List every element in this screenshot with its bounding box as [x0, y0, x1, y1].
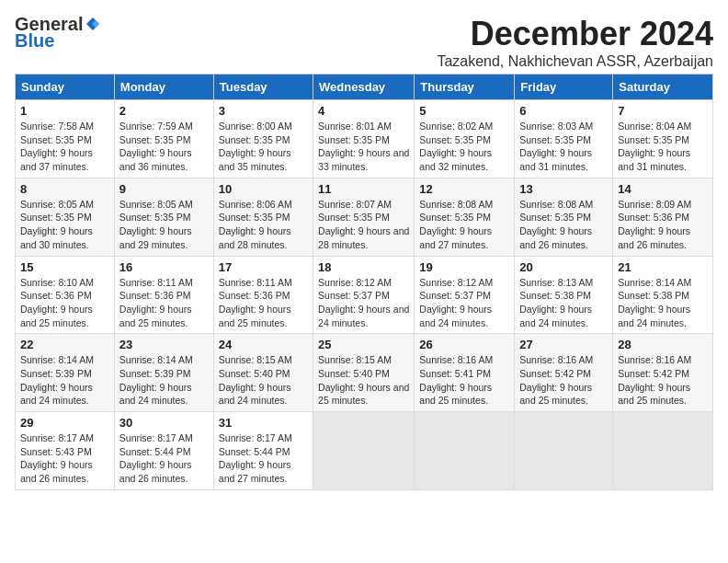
day-number: 4 [318, 104, 409, 118]
day-number: 18 [318, 260, 409, 274]
header-friday: Friday [515, 75, 613, 100]
header-tuesday: Tuesday [213, 75, 313, 100]
calendar-cell: 10Sunrise: 8:06 AMSunset: 5:35 PMDayligh… [213, 178, 313, 256]
day-info: Sunrise: 8:08 AMSunset: 5:35 PMDaylight:… [419, 198, 509, 252]
calendar-cell: 5Sunrise: 8:02 AMSunset: 5:35 PMDaylight… [415, 100, 515, 178]
day-info: Sunrise: 8:15 AMSunset: 5:40 PMDaylight:… [219, 353, 308, 408]
calendar-cell: 8Sunrise: 8:05 AMSunset: 5:35 PMDaylight… [16, 178, 115, 256]
day-number: 23 [119, 338, 209, 351]
day-info: Sunrise: 8:12 AMSunset: 5:37 PMDaylight:… [419, 276, 509, 330]
logo-icon [85, 16, 101, 32]
week-row-4: 22Sunrise: 8:14 AMSunset: 5:39 PMDayligh… [16, 334, 713, 412]
day-info: Sunrise: 8:06 AMSunset: 5:35 PMDaylight:… [219, 198, 308, 252]
day-number: 22 [20, 338, 109, 351]
day-info: Sunrise: 8:17 AMSunset: 5:44 PMDaylight:… [219, 431, 308, 486]
calendar-cell: 24Sunrise: 8:15 AMSunset: 5:40 PMDayligh… [213, 334, 313, 412]
calendar-cell: 16Sunrise: 8:11 AMSunset: 5:36 PMDayligh… [114, 256, 213, 334]
day-number: 17 [219, 260, 308, 274]
day-info: Sunrise: 8:16 AMSunset: 5:42 PMDaylight:… [618, 353, 708, 408]
day-number: 29 [20, 416, 109, 430]
calendar-cell: 30Sunrise: 8:17 AMSunset: 5:44 PMDayligh… [114, 412, 213, 490]
calendar-cell [613, 412, 713, 490]
week-row-5: 29Sunrise: 8:17 AMSunset: 5:43 PMDayligh… [16, 412, 713, 490]
day-info: Sunrise: 8:03 AMSunset: 5:35 PMDaylight:… [519, 120, 608, 174]
day-info: Sunrise: 8:14 AMSunset: 5:39 PMDaylight:… [20, 353, 109, 408]
day-info: Sunrise: 8:11 AMSunset: 5:36 PMDaylight:… [219, 276, 308, 330]
header-wednesday: Wednesday [313, 75, 415, 100]
calendar-cell: 29Sunrise: 8:17 AMSunset: 5:43 PMDayligh… [16, 412, 115, 490]
calendar-subtitle: Tazakend, Nakhichevan ASSR, Azerbaijan [437, 53, 713, 70]
calendar-cell: 6Sunrise: 8:03 AMSunset: 5:35 PMDaylight… [515, 100, 613, 178]
day-number: 10 [219, 182, 308, 196]
calendar-cell [415, 412, 515, 490]
header-sunday: Sunday [16, 75, 115, 100]
day-number: 31 [219, 416, 308, 430]
day-number: 30 [119, 416, 209, 430]
calendar-cell: 19Sunrise: 8:12 AMSunset: 5:37 PMDayligh… [415, 256, 515, 334]
calendar-cell: 15Sunrise: 8:10 AMSunset: 5:36 PMDayligh… [16, 256, 115, 334]
day-number: 8 [20, 182, 109, 196]
calendar-cell: 25Sunrise: 8:15 AMSunset: 5:40 PMDayligh… [313, 334, 415, 412]
day-number: 24 [219, 338, 308, 351]
day-number: 7 [618, 104, 708, 118]
header-saturday: Saturday [613, 75, 713, 100]
calendar-cell [313, 412, 415, 490]
calendar-table: SundayMondayTuesdayWednesdayThursdayFrid… [15, 74, 713, 490]
day-info: Sunrise: 8:05 AMSunset: 5:35 PMDaylight:… [119, 198, 209, 252]
day-number: 12 [419, 182, 509, 196]
day-info: Sunrise: 7:58 AMSunset: 5:35 PMDaylight:… [20, 120, 109, 174]
calendar-cell: 1Sunrise: 7:58 AMSunset: 5:35 PMDaylight… [16, 100, 115, 178]
week-row-2: 8Sunrise: 8:05 AMSunset: 5:35 PMDaylight… [16, 178, 713, 256]
day-info: Sunrise: 8:13 AMSunset: 5:38 PMDaylight:… [519, 276, 608, 330]
day-info: Sunrise: 8:02 AMSunset: 5:35 PMDaylight:… [419, 120, 509, 174]
calendar-cell: 21Sunrise: 8:14 AMSunset: 5:38 PMDayligh… [613, 256, 713, 334]
calendar-cell: 9Sunrise: 8:05 AMSunset: 5:35 PMDaylight… [114, 178, 213, 256]
calendar-cell: 17Sunrise: 8:11 AMSunset: 5:36 PMDayligh… [213, 256, 313, 334]
week-row-3: 15Sunrise: 8:10 AMSunset: 5:36 PMDayligh… [16, 256, 713, 334]
header-thursday: Thursday [415, 75, 515, 100]
day-number: 19 [419, 260, 509, 274]
day-number: 26 [419, 338, 509, 351]
day-number: 27 [519, 338, 608, 351]
calendar-cell: 27Sunrise: 8:16 AMSunset: 5:42 PMDayligh… [515, 334, 613, 412]
day-info: Sunrise: 8:11 AMSunset: 5:36 PMDaylight:… [119, 276, 209, 330]
calendar-cell: 11Sunrise: 8:07 AMSunset: 5:35 PMDayligh… [313, 178, 415, 256]
header-row: SundayMondayTuesdayWednesdayThursdayFrid… [16, 75, 713, 100]
day-number: 16 [119, 260, 209, 274]
day-number: 3 [219, 104, 308, 118]
logo-blue: Blue [15, 31, 54, 50]
day-number: 21 [618, 260, 708, 274]
day-info: Sunrise: 8:05 AMSunset: 5:35 PMDaylight:… [20, 198, 109, 252]
calendar-cell: 22Sunrise: 8:14 AMSunset: 5:39 PMDayligh… [16, 334, 115, 412]
day-number: 15 [20, 260, 109, 274]
calendar-title: December 2024 [437, 15, 713, 53]
day-number: 25 [318, 338, 409, 351]
day-number: 28 [618, 338, 708, 351]
calendar-cell: 4Sunrise: 8:01 AMSunset: 5:35 PMDaylight… [313, 100, 415, 178]
calendar-cell: 18Sunrise: 8:12 AMSunset: 5:37 PMDayligh… [313, 256, 415, 334]
day-info: Sunrise: 8:14 AMSunset: 5:38 PMDaylight:… [618, 276, 708, 330]
day-number: 14 [618, 182, 708, 196]
calendar-cell: 26Sunrise: 8:16 AMSunset: 5:41 PMDayligh… [415, 334, 515, 412]
calendar-cell [515, 412, 613, 490]
calendar-cell: 13Sunrise: 8:08 AMSunset: 5:35 PMDayligh… [515, 178, 613, 256]
day-info: Sunrise: 8:14 AMSunset: 5:39 PMDaylight:… [119, 353, 209, 408]
calendar-cell: 28Sunrise: 8:16 AMSunset: 5:42 PMDayligh… [613, 334, 713, 412]
day-info: Sunrise: 8:09 AMSunset: 5:36 PMDaylight:… [618, 198, 708, 252]
day-number: 13 [519, 182, 608, 196]
day-number: 11 [318, 182, 409, 196]
day-info: Sunrise: 8:16 AMSunset: 5:42 PMDaylight:… [519, 353, 608, 408]
day-info: Sunrise: 8:15 AMSunset: 5:40 PMDaylight:… [318, 353, 409, 408]
day-number: 2 [119, 104, 209, 118]
calendar-cell: 20Sunrise: 8:13 AMSunset: 5:38 PMDayligh… [515, 256, 613, 334]
day-number: 9 [119, 182, 209, 196]
day-info: Sunrise: 8:01 AMSunset: 5:35 PMDaylight:… [318, 120, 409, 174]
logo: General Blue [15, 15, 101, 50]
calendar-cell: 12Sunrise: 8:08 AMSunset: 5:35 PMDayligh… [415, 178, 515, 256]
day-info: Sunrise: 8:12 AMSunset: 5:37 PMDaylight:… [318, 276, 409, 330]
title-area: December 2024 Tazakend, Nakhichevan ASSR… [437, 15, 713, 70]
calendar-cell: 7Sunrise: 8:04 AMSunset: 5:35 PMDaylight… [613, 100, 713, 178]
day-number: 5 [419, 104, 509, 118]
day-info: Sunrise: 8:10 AMSunset: 5:36 PMDaylight:… [20, 276, 109, 330]
week-row-1: 1Sunrise: 7:58 AMSunset: 5:35 PMDaylight… [16, 100, 713, 178]
